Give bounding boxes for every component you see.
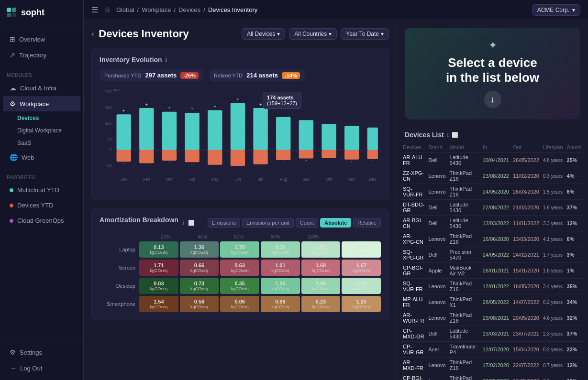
amort-cell[interactable]: 0.35kgCO₂eq <box>220 278 259 294</box>
amort-cell[interactable]: 1.52kgCO₂eq <box>301 241 341 258</box>
amort-cell-value: 0.50 <box>344 281 379 286</box>
sidebar-item-saas[interactable]: SaaS <box>0 137 83 149</box>
amort-cell[interactable]: 0.88kgCO₂eq <box>261 296 300 312</box>
device-model: ThinkPad Z16 <box>448 310 481 326</box>
sidebar-item-workplace[interactable]: ⚙ Workplace <box>3 96 80 111</box>
toggle-count[interactable]: Count <box>296 218 318 228</box>
breadcrumb-global[interactable]: Global <box>116 6 134 13</box>
amort-cell-unit: kgCO₂eq <box>222 304 257 309</box>
amort-cell[interactable]: 1.70kgCO₂eq <box>220 241 259 258</box>
page-title: Devices Inventory <box>99 28 189 40</box>
amort-cell[interactable]: 1.68kgCO₂eq <box>301 260 341 276</box>
amort-cell-value: 1.70 <box>222 244 257 250</box>
sidebar-fav-greenops[interactable]: Cloud GreenOps <box>3 213 80 228</box>
list-export-icon[interactable]: ⬜ <box>452 132 458 138</box>
toggle-absolute[interactable]: Absolute <box>320 218 351 228</box>
toggle-emissions-per-unit[interactable]: Emissions per unit <box>242 218 294 228</box>
table-row[interactable]: ZZ-XPG-CN Lenovo ThinkPad Z16 23/08/2022… <box>401 168 584 184</box>
amort-cell-unit: kgCO₂eq <box>263 268 298 273</box>
sidebar-item-digital-workplace[interactable]: Digital Workplace <box>0 124 83 137</box>
device-out-date: 11/02/2020 <box>511 168 541 184</box>
table-row[interactable]: AR-ALU-FR Dell Latitude 5430 10/04/2021 … <box>401 152 584 168</box>
device-out-date: 16/05/2020 <box>511 279 541 294</box>
toggle-relative[interactable]: Relative <box>353 218 381 228</box>
sidebar-item-devices[interactable]: Devices <box>0 112 83 124</box>
sidebar-item-overview[interactable]: ⊞ Overview <box>3 32 80 47</box>
amort-cell-unit: kgCO₂eq <box>344 268 379 273</box>
amort-cell[interactable]: 0.50kgCO₂eq <box>342 278 381 294</box>
breadcrumb-devices[interactable]: Devices <box>178 6 200 13</box>
amort-cell[interactable]: 1.35kgCO₂eq <box>261 278 300 294</box>
sidebar-fav-devices[interactable]: Devices YTD <box>3 198 80 213</box>
select-device-card: ✦ Select a device in the list below ↓ <box>405 28 580 119</box>
device-in-date: 17/02/2020 <box>481 358 511 373</box>
table-row[interactable]: CP-VUR-GR Acer Travelmate P4 12/07/2020 … <box>401 342 584 358</box>
toggle-emissions[interactable]: Emissions <box>208 218 240 228</box>
amort-cell[interactable]: 0.03kgCO₂eq <box>139 278 178 294</box>
device-in-date: 16/06/2020 <box>481 231 511 247</box>
amort-cell[interactable]: 1.67kgCO₂eq <box>342 260 381 276</box>
amort-cell[interactable]: 0.06kgCO₂eq <box>220 296 259 312</box>
device-in-date: 24/05/2022 <box>481 247 511 263</box>
svg-rect-28 <box>253 108 267 150</box>
sidebar-item-web[interactable]: 🌐 Web <box>3 150 80 165</box>
table-row[interactable]: CP-BGI-GR Apple MakBook Air M2 26/01/202… <box>401 263 584 279</box>
amort-cell-value: 1.52 <box>303 244 339 250</box>
sidebar: sopht ⊞ Overview ↗ Trajectory Modules ☁ … <box>0 0 84 380</box>
table-row[interactable]: MP-ALU-FR Lenovo ThinkPad X1 28/05/2022 … <box>401 294 584 310</box>
amort-cell[interactable]: 1.01kgCO₂eq <box>261 260 300 276</box>
sidebar-toggle-icon[interactable]: ☰ <box>91 5 98 14</box>
amort-cell[interactable]: 1.54kgCO₂eq <box>139 296 178 312</box>
table-row[interactable]: CP-BGI-CN Lenovo ThinkPad Z16 29/05/2022… <box>401 373 584 380</box>
amort-cell-value: 0.26 <box>344 244 379 250</box>
device-lifespan: 0.2 years <box>541 294 565 310</box>
amort-cell[interactable]: 0.63kgCO₂eq <box>220 260 259 276</box>
amort-cell[interactable]: 0.66kgCO₂eq <box>180 260 219 276</box>
sidebar-fav-multicloud[interactable]: Multicloud YTD <box>3 183 80 197</box>
table-row[interactable]: AR-WUR-FR Lenovo ThinkPad Z16 29/08/2021… <box>401 310 584 326</box>
back-button[interactable]: ‹ <box>91 30 94 38</box>
amort-export-icon[interactable]: ⬜ <box>188 220 195 226</box>
sidebar-logout[interactable]: → Log Out <box>3 360 80 376</box>
amort-cell[interactable]: 0.73kgCO₂eq <box>180 278 219 294</box>
retired-stat: Retired YTD 214 assets -14% <box>209 69 305 81</box>
svg-text:-50: -50 <box>106 163 112 168</box>
amort-cell[interactable]: 1.71kgCO₂eq <box>139 260 178 276</box>
filter-countries-btn[interactable]: All Countries ▾ <box>289 28 337 40</box>
breadcrumb-workplace[interactable]: Workplace <box>142 6 171 13</box>
amort-cells: 1.71kgCO₂eq0.66kgCO₂eq0.63kgCO₂eq1.01kgC… <box>139 260 381 276</box>
bookmark-icon[interactable]: ☆ <box>104 5 111 14</box>
retired-label: Retired YTD <box>214 73 243 78</box>
amort-cell[interactable]: 1.36kgCO₂eq <box>180 241 219 258</box>
filter-period-btn[interactable]: Year To Date ▾ <box>341 28 389 40</box>
amort-cell[interactable]: 0.13kgCO₂eq <box>139 241 178 258</box>
table-row[interactable]: AR-BGI-CN Dell Latitude 5430 12/03/2022 … <box>401 216 584 231</box>
amort-cell[interactable]: 0.23kgCO₂eq <box>301 296 341 312</box>
table-row[interactable]: CP-MXD-GR Dell Latitude 5430 13/03/2021 … <box>401 326 584 342</box>
amort-cell[interactable]: 1.25kgCO₂eq <box>342 296 381 312</box>
sidebar-settings[interactable]: ⚙ Settings <box>3 345 80 360</box>
table-row[interactable]: SQ-VUR-FR Lenovo ThinkPad Z16 12/01/2022… <box>401 279 584 294</box>
amort-cell-value: 0.66 <box>182 262 217 268</box>
svg-text:units: units <box>113 88 120 92</box>
table-row[interactable]: SQ-VUR-FR Lenovo ThinkPad Z16 24/05/2020… <box>401 184 584 200</box>
table-row[interactable]: AR-XPG-CN Lenovo ThinkPad Z16 16/06/2020… <box>401 231 584 247</box>
amort-cell[interactable]: 0.26kgCO₂eq <box>342 241 381 258</box>
amort-cell-value: 1.01 <box>263 262 298 268</box>
tenant-selector[interactable]: ACME Corp. ▾ <box>532 4 580 16</box>
svg-rect-20 <box>162 112 177 150</box>
cloud-infra-label: Cloud & Infra <box>20 85 56 92</box>
sidebar-item-cloud-infra[interactable]: ☁ Cloud & Infra <box>3 80 80 96</box>
amort-cell-unit: kgCO₂eq <box>182 304 217 309</box>
amort-cell[interactable]: 0.38kgCO₂eq <box>261 241 300 258</box>
table-row[interactable]: AR-MXD-FR Lenovo ThinkPad Z16 17/02/2020… <box>401 358 584 373</box>
workplace-label: Workplace <box>20 100 49 108</box>
amort-cell-unit: kgCO₂eq <box>141 304 177 309</box>
device-name: CP-BGI-CN <box>401 373 427 380</box>
sidebar-item-trajectory[interactable]: ↗ Trajectory <box>3 47 80 63</box>
table-row[interactable]: SQ-XPG-GR Dell Precision 5470 24/05/2022… <box>401 247 584 263</box>
filter-devices-btn[interactable]: All Devices ▾ <box>242 28 285 40</box>
amort-cell[interactable]: 0.58kgCO₂eq <box>180 296 219 312</box>
amort-cell[interactable]: 1.00kgCO₂eq <box>301 278 341 294</box>
table-row[interactable]: DT-BDO-GR Dell Latitude 5430 22/08/2022 … <box>401 200 584 216</box>
